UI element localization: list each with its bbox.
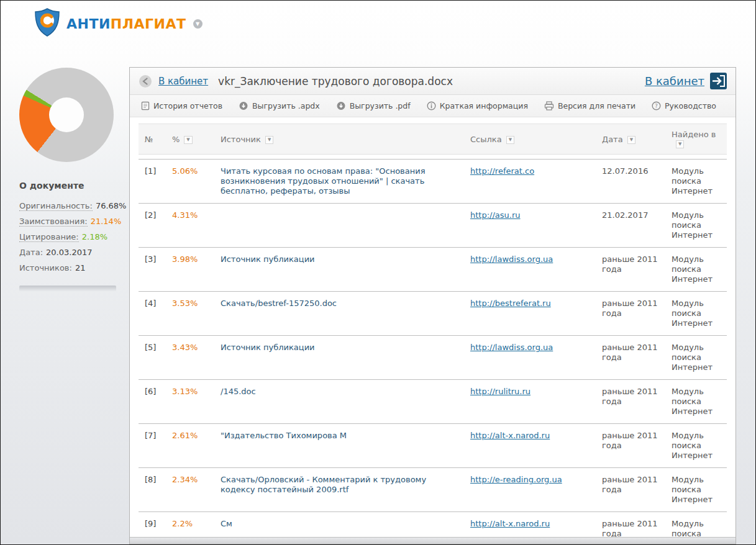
table-row: [6] 3.13% /145.doc http://rulitru.ru ран…: [139, 380, 727, 424]
source-link[interactable]: http://e-reading.org.ua: [470, 475, 562, 484]
stat-originality: Оригинальность:76.68%: [19, 198, 119, 214]
row-date: раньше 2011 года: [596, 380, 665, 424]
row-percent: 4.31%: [166, 204, 214, 248]
row-number: [7]: [139, 424, 166, 468]
row-link-cell: http://bestreferat.ru: [464, 292, 596, 336]
column-percent[interactable]: %▼: [166, 124, 214, 155]
row-found-in: Модуль поиска Интернет: [665, 248, 727, 292]
row-date: 12.07.2016: [596, 160, 665, 204]
row-link-cell: http://e-reading.org.ua: [464, 468, 596, 512]
toolbar-print-version[interactable]: Версия для печати: [544, 101, 635, 110]
row-percent: 3.13%: [166, 380, 214, 424]
row-source: Скачать/Орловский - Комментарий к трудов…: [214, 468, 464, 512]
sort-arrow-icon[interactable]: ▼: [506, 136, 514, 144]
row-source: /145.doc: [214, 380, 464, 424]
cabinet-back-link[interactable]: В кабинет: [158, 76, 208, 87]
printer-icon: [544, 101, 554, 110]
table-row: [1] 5.06% Читать курсовая по основам пра…: [139, 160, 727, 204]
toolbar-label: Краткая информация: [440, 101, 528, 110]
report-panel: В кабинет vkr_Заключение трудового догов…: [129, 67, 736, 544]
stat-originality-value: 76.68%: [96, 201, 127, 210]
row-number: [6]: [139, 380, 166, 424]
toolbar-label: Версия для печати: [558, 101, 635, 110]
horizontal-scrollbar-track[interactable]: [130, 537, 736, 544]
row-found-in: Модуль поиска Интернет: [665, 336, 727, 380]
source-link[interactable]: http://alt-x.narod.ru: [470, 519, 550, 528]
stat-originality-label[interactable]: Оригинальность:: [19, 201, 93, 211]
toolbar-export-apdx[interactable]: Выгрузить .apdx: [239, 101, 320, 110]
app-logo: АНТИПЛАГИАТ ▼: [35, 8, 203, 39]
row-date: 21.02.2017: [596, 204, 665, 248]
cabinet-link[interactable]: В кабинет: [645, 74, 704, 88]
column-found-in[interactable]: Найдено в▼: [665, 124, 727, 155]
row-date: раньше 2011 года: [596, 424, 665, 468]
column-label: Дата: [602, 135, 623, 144]
source-link[interactable]: http://alt-x.narod.ru: [470, 431, 550, 440]
table-row: [7] 2.61% "Издательство Тихомирова М htt…: [139, 424, 727, 468]
table-spacer: [139, 155, 727, 160]
column-label: %: [172, 135, 180, 144]
row-found-in: Модуль поиска Интернет: [665, 380, 727, 424]
back-arrow-icon[interactable]: [139, 74, 152, 88]
stat-citation-value: 2.18%: [82, 232, 107, 241]
source-link[interactable]: http://lawdiss.org.ua: [470, 254, 553, 264]
source-link[interactable]: http://referat.co: [470, 166, 534, 176]
table-row: [5] 3.43% Источник публикации http://law…: [139, 336, 727, 380]
document-stats: Оригинальность:76.68% Заимствования:21.1…: [19, 198, 119, 276]
table-header-row: № %▼ Источник▼ Ссылка▼ Дата▼ Найдено в▼: [139, 124, 727, 155]
row-link-cell: http://referat.co: [464, 160, 596, 204]
source-link[interactable]: http://rulitru.ru: [470, 387, 531, 396]
stat-borrowings-value: 21.14%: [91, 217, 122, 226]
row-found-in: Модуль поиска Интернет: [665, 160, 727, 204]
stat-borrowings: Заимствования:21.14%: [19, 214, 119, 229]
source-link[interactable]: http://asu.ru: [470, 210, 521, 220]
toolbar-guide[interactable]: ? Руководство: [652, 101, 716, 110]
toolbar-label: Руководство: [665, 101, 716, 110]
download-icon: [239, 101, 248, 110]
toolbar-export-pdf[interactable]: Выгрузить .pdf: [336, 101, 411, 110]
exit-to-cabinet-icon[interactable]: [710, 73, 727, 89]
column-date[interactable]: Дата▼: [596, 124, 665, 155]
sort-arrow-icon[interactable]: ▼: [265, 136, 273, 144]
row-source: Скачать/bestref-157250.doc: [214, 292, 464, 336]
row-source: "Издательство Тихомирова М: [214, 424, 464, 468]
column-number: №: [139, 124, 166, 155]
row-number: [2]: [139, 204, 166, 248]
table-row: [2] 4.31% http://asu.ru 21.02.2017 Модул…: [139, 204, 727, 248]
source-link[interactable]: http://bestreferat.ru: [470, 299, 551, 308]
row-date: раньше 2011 года: [596, 248, 665, 292]
row-percent: 2.61%: [166, 424, 214, 468]
column-link[interactable]: Ссылка▼: [464, 124, 596, 155]
toolbar-label: История отчетов: [153, 101, 222, 110]
row-percent: 5.06%: [166, 160, 214, 204]
row-percent: 3.53%: [166, 292, 214, 336]
row-link-cell: http://lawdiss.org.ua: [464, 336, 596, 380]
row-source: Источник публикации: [214, 336, 464, 380]
stat-sources-label: Источников:: [19, 263, 72, 272]
row-found-in: Модуль поиска Интернет: [665, 424, 727, 468]
column-source[interactable]: Источник▼: [214, 124, 464, 155]
row-found-in: Модуль поиска Интернет: [665, 204, 727, 248]
sort-arrow-icon[interactable]: ▼: [627, 136, 635, 144]
donut-hole: [49, 97, 84, 132]
document-donut-chart: [19, 68, 114, 162]
sort-arrow-icon[interactable]: ▼: [676, 140, 684, 148]
row-number: [3]: [139, 248, 166, 292]
row-source: Источник публикации: [214, 248, 464, 292]
document-title: vkr_Заключение трудового договора.docx: [218, 75, 453, 88]
row-found-in: Модуль поиска Интернет: [665, 292, 727, 336]
document-sidebar: О документе Оригинальность:76.68% Заимст…: [19, 68, 119, 292]
toolbar-brief-info[interactable]: Краткая информация: [427, 101, 528, 110]
source-link[interactable]: http://lawdiss.org.ua: [470, 343, 553, 352]
toolbar-report-history[interactable]: История отчетов: [141, 101, 222, 110]
stat-borrowings-label[interactable]: Заимствования:: [19, 217, 88, 227]
sort-arrow-icon[interactable]: ▼: [184, 136, 192, 144]
stat-date-value: 20.03.2017: [46, 248, 92, 257]
column-label: Ссылка: [470, 135, 502, 144]
stat-citation: Цитирование:2.18%: [19, 229, 119, 245]
row-date: раньше 2011 года: [596, 292, 665, 336]
logo-text-orange: ПЛАГИАТ: [111, 16, 186, 32]
stat-citation-label[interactable]: Цитирование:: [19, 232, 79, 242]
logo-dropdown-icon[interactable]: ▼: [193, 19, 203, 29]
stat-sources-value: 21: [75, 263, 86, 272]
